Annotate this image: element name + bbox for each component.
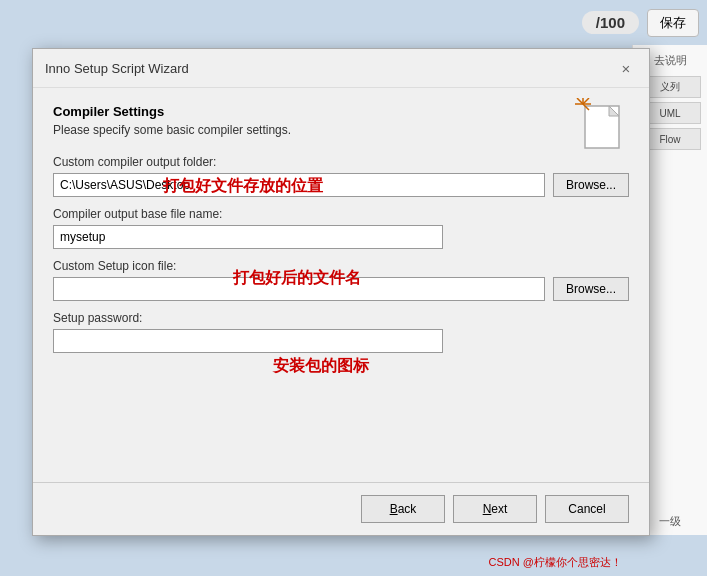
dialog: Inno Setup Script Wizard × [32, 48, 650, 536]
back-underline: B [390, 502, 398, 516]
password-input[interactable] [53, 329, 443, 353]
dialog-title: Inno Setup Script Wizard [45, 61, 189, 76]
output-filename-group: Compiler output base file name: [53, 207, 629, 249]
save-button[interactable]: 保存 [647, 9, 699, 37]
icon-file-label: Custom Setup icon file: [53, 259, 629, 273]
output-folder-input[interactable] [53, 173, 545, 197]
icon-file-input[interactable] [53, 277, 545, 301]
icon-file-browse-button[interactable]: Browse... [553, 277, 629, 301]
output-folder-label: Custom compiler output folder: [53, 155, 629, 169]
dialog-content: Compiler Settings Please specify some ba… [33, 88, 649, 482]
svg-line-6 [577, 98, 583, 104]
section-title: Compiler Settings [53, 104, 629, 119]
password-group: Setup password: [53, 311, 629, 353]
next-button[interactable]: Next [453, 495, 537, 523]
dialog-footer: Back Next Cancel [33, 482, 649, 535]
number-badge: /100 [582, 11, 639, 34]
back-button[interactable]: Back [361, 495, 445, 523]
icon-file-group: Custom Setup icon file: Browse... [53, 259, 629, 301]
output-folder-group: Custom compiler output folder: Browse... [53, 155, 629, 197]
section-subtitle: Please specify some basic compiler setti… [53, 123, 629, 137]
output-folder-browse-button[interactable]: Browse... [553, 173, 629, 197]
password-label: Setup password: [53, 311, 629, 325]
next-label-rest: ext [491, 502, 507, 516]
dialog-close-button[interactable]: × [615, 57, 637, 79]
dialog-titlebar: Inno Setup Script Wizard × [33, 49, 649, 88]
right-label-2: 一级 [659, 514, 681, 529]
output-filename-input[interactable] [53, 225, 443, 249]
right-label-1: 去说明 [654, 53, 687, 68]
annotation-icon: 安装包的图标 [273, 356, 369, 377]
back-label-rest: ack [398, 502, 417, 516]
wizard-icon [575, 98, 633, 158]
output-filename-label: Compiler output base file name: [53, 207, 629, 221]
svg-line-3 [583, 98, 589, 104]
bottom-watermark: CSDN @柠檬你个思密达！ [489, 555, 622, 570]
cancel-button[interactable]: Cancel [545, 495, 629, 523]
